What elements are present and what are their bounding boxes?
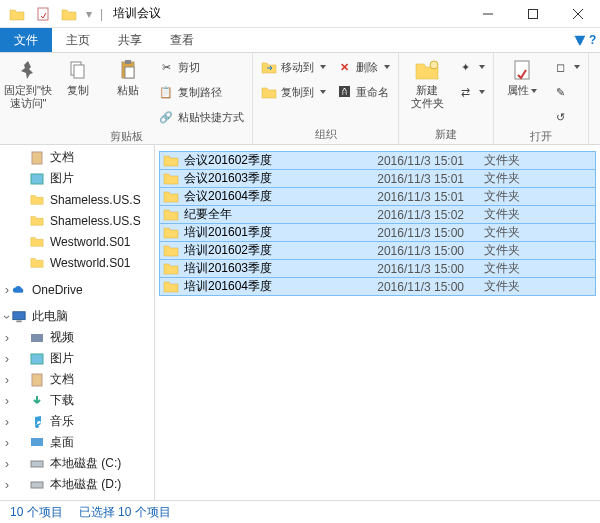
moveto-button[interactable]: 移动到: [259, 56, 328, 78]
expander-icon[interactable]: ›: [2, 373, 12, 387]
tab-home[interactable]: 主页: [52, 28, 104, 52]
file-row[interactable]: 培训201601季度2016/11/3 15:00文件夹: [159, 223, 596, 242]
nav-item-label: Westworld.S01: [50, 235, 130, 249]
expander-icon[interactable]: ›: [2, 415, 12, 429]
nav-quick-item[interactable]: Shameless.US.S: [0, 189, 154, 210]
folder-icon-2[interactable]: [58, 3, 80, 25]
file-row[interactable]: 会议201604季度2016/11/3 15:01文件夹: [159, 187, 596, 206]
properties-icon[interactable]: [32, 3, 54, 25]
file-row[interactable]: 纪要全年2016/11/3 15:02文件夹: [159, 205, 596, 224]
onedrive-icon: [12, 283, 26, 297]
file-row[interactable]: 会议201603季度2016/11/3 15:01文件夹: [159, 169, 596, 188]
svg-rect-18: [31, 482, 43, 488]
copy-path-button[interactable]: 📋复制路径: [156, 81, 246, 103]
paste-button[interactable]: 粘贴: [106, 56, 150, 97]
paste-shortcut-button[interactable]: 🔗粘贴快捷方式: [156, 106, 246, 128]
nav-pc-item[interactable]: ›图片: [0, 348, 154, 369]
expander-icon[interactable]: ›: [2, 436, 12, 450]
file-name: 培训201602季度: [184, 242, 364, 259]
history-button[interactable]: ↺: [550, 106, 582, 128]
nav-pc-item[interactable]: ›本地磁盘 (D:): [0, 474, 154, 495]
file-row[interactable]: 培训201604季度2016/11/3 15:00文件夹: [159, 277, 596, 296]
file-type: 文件夹: [484, 188, 544, 205]
svg-rect-6: [125, 67, 134, 78]
nav-item-label: 下载: [50, 392, 74, 409]
status-selected-count: 已选择 10 个项目: [79, 504, 171, 521]
folder-icon: [163, 154, 179, 168]
nav-quick-item[interactable]: 图片: [0, 168, 154, 189]
rename-label: 重命名: [356, 85, 389, 100]
expander-icon[interactable]: ›: [2, 394, 12, 408]
nav-item-label: Shameless.US.S: [50, 214, 141, 228]
chevron-down-icon: [479, 65, 485, 69]
expander-icon[interactable]: ›: [2, 352, 12, 366]
delete-button[interactable]: ✕删除: [334, 56, 392, 78]
nav-pc-item[interactable]: ›桌面: [0, 432, 154, 453]
file-row[interactable]: 培训201603季度2016/11/3 15:00文件夹: [159, 259, 596, 278]
chevron-down-icon: [479, 90, 485, 94]
nav-pc-item[interactable]: ›文档: [0, 369, 154, 390]
help-icon[interactable]: ⯆ ?: [570, 28, 600, 52]
folder-icon[interactable]: [6, 3, 28, 25]
nav-item-label: 本地磁盘 (D:): [50, 476, 121, 493]
new-folder-button[interactable]: 新建 文件夹: [405, 56, 449, 110]
file-row[interactable]: 会议201602季度2016/11/3 15:01文件夹: [159, 151, 596, 170]
pin-quickaccess-button[interactable]: 固定到"快 速访问": [6, 56, 50, 110]
file-row[interactable]: 培训201602季度2016/11/3 15:00文件夹: [159, 241, 596, 260]
nav-pc-item[interactable]: ›音乐: [0, 411, 154, 432]
nav-thispc[interactable]: › 此电脑: [0, 306, 154, 327]
copyto-button[interactable]: 复制到: [259, 81, 328, 103]
properties-button[interactable]: 属性: [500, 56, 544, 97]
rename-button[interactable]: 🅰重命名: [334, 81, 392, 103]
window-title: 培训会议: [113, 5, 161, 22]
copy-icon: [66, 58, 90, 82]
nav-pc-item[interactable]: ›视频: [0, 327, 154, 348]
nav-item-label: Shameless.US.S: [50, 193, 141, 207]
window-controls: [465, 0, 600, 28]
nav-quick-item[interactable]: 文档: [0, 147, 154, 168]
nav-pc-item[interactable]: ›下载: [0, 390, 154, 411]
maximize-button[interactable]: [510, 0, 555, 28]
expander-icon[interactable]: ›: [2, 457, 12, 471]
file-list[interactable]: 会议201602季度2016/11/3 15:01文件夹会议201603季度20…: [155, 145, 600, 500]
expander-icon[interactable]: ›: [2, 478, 12, 492]
expander-icon[interactable]: ›: [2, 283, 12, 297]
edit-button[interactable]: ✎: [550, 81, 582, 103]
cut-button[interactable]: ✂剪切: [156, 56, 246, 78]
tab-file[interactable]: 文件: [0, 28, 52, 52]
easy-access-button[interactable]: ⇄: [455, 81, 487, 103]
delete-label: 删除: [356, 60, 378, 75]
expander-icon[interactable]: ›: [0, 312, 14, 322]
title-bar: ▾ | 培训会议: [0, 0, 600, 28]
qat-dropdown-icon[interactable]: ▾: [86, 7, 92, 21]
nav-onedrive[interactable]: › OneDrive: [0, 279, 154, 300]
expander-icon[interactable]: ›: [2, 331, 12, 345]
open-button[interactable]: ◻: [550, 56, 582, 78]
file-type: 文件夹: [484, 278, 544, 295]
nav-item-icon: [30, 478, 44, 492]
svg-rect-10: [31, 174, 43, 184]
chevron-down-icon: [320, 65, 326, 69]
tab-share[interactable]: 共享: [104, 28, 156, 52]
select-all-button[interactable]: ▦全部选择: [595, 56, 600, 78]
tab-view[interactable]: 查看: [156, 28, 208, 52]
nav-quick-item[interactable]: Westworld.S01: [0, 231, 154, 252]
ribbon-tabs: 文件 主页 共享 查看 ⯆ ?: [0, 28, 600, 53]
close-button[interactable]: [555, 0, 600, 28]
nav-item-icon: [30, 256, 44, 270]
nav-quick-item[interactable]: Shameless.US.S: [0, 210, 154, 231]
navigation-pane[interactable]: 文档图片Shameless.US.SShameless.US.SWestworl…: [0, 145, 155, 500]
clipboard-group-label: 剪贴板: [6, 128, 246, 145]
minimize-button[interactable]: [465, 0, 510, 28]
invert-selection-button[interactable]: ◨反向选择: [595, 106, 600, 128]
easyaccess-icon: ⇄: [457, 84, 473, 100]
nav-pc-item[interactable]: ›本地磁盘 (C:): [0, 453, 154, 474]
copy-button[interactable]: 复制: [56, 56, 100, 97]
quick-access-toolbar: ▾ | 培训会议: [0, 3, 167, 25]
select-none-button[interactable]: ▢全部取消: [595, 81, 600, 103]
explorer-body: 文档图片Shameless.US.SShameless.US.SWestworl…: [0, 145, 600, 500]
nav-quick-item[interactable]: Westworld.S01: [0, 252, 154, 273]
file-date: 2016/11/3 15:02: [364, 208, 484, 222]
nav-item-icon: [30, 457, 44, 471]
new-item-button[interactable]: ✦: [455, 56, 487, 78]
